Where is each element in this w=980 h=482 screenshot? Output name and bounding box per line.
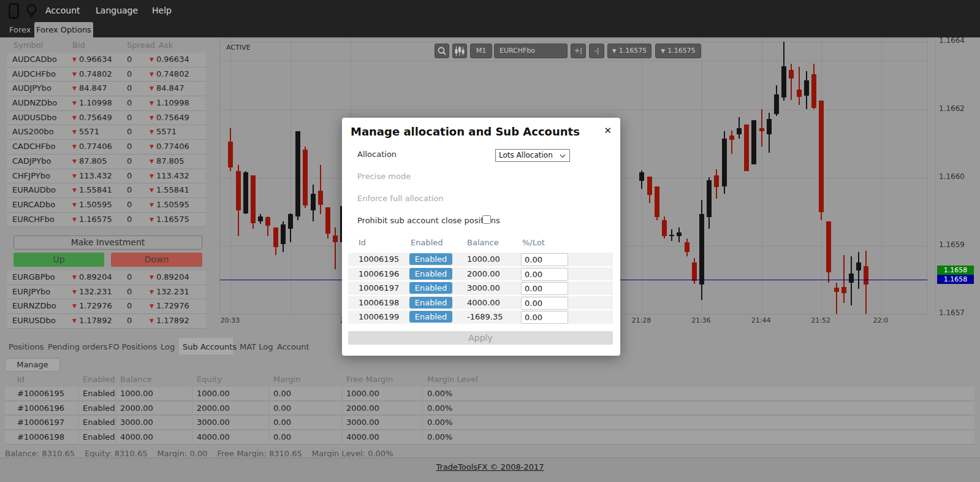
watchlist-row[interactable]: AUDCADbo▼0.966340▼0.96634 xyxy=(5,53,206,67)
account-row: #10006195Enabled1000.001000.000.001000.0… xyxy=(5,387,974,402)
menu-item-help[interactable]: Help xyxy=(152,6,172,15)
bear-candle xyxy=(228,142,233,167)
ask-cell: ▼132.231 xyxy=(146,285,206,300)
watchlist-row[interactable]: AUS200bo▼55710▼5571 xyxy=(5,125,206,140)
watchlist-row[interactable]: AUDNZDbo▼1.109980▼1.10998 xyxy=(5,96,206,111)
chart-type-button[interactable] xyxy=(452,44,467,58)
bear-candle xyxy=(333,235,338,242)
watchlist-row[interactable]: EURCHFbo▼1.165750▼1.16575 xyxy=(5,213,206,228)
chart-symbol-button[interactable]: EURCHFbo xyxy=(494,44,568,58)
down-triangle-icon: ▼ xyxy=(150,289,154,295)
symbol-cell: CADJPYbo xyxy=(7,155,70,169)
price-value: 0.75649 xyxy=(79,113,112,122)
watchlist-row[interactable]: CADJPYbo▼87.8050▼87.805 xyxy=(5,155,206,169)
phone-icon[interactable] xyxy=(9,3,20,22)
down-triangle-icon: ▼ xyxy=(150,202,154,208)
symbol-cell: EURNZDbo xyxy=(7,299,70,314)
bull-candle xyxy=(781,66,786,98)
watchlist-row[interactable]: AUDCHFbo▼0.748020▼0.74802 xyxy=(5,67,206,82)
down-triangle-icon: ▼ xyxy=(72,173,77,179)
per-lot-input[interactable] xyxy=(521,282,568,295)
prohibit-close-checkbox[interactable] xyxy=(482,215,491,224)
bottom-tab-sub-accounts[interactable]: Sub Accounts xyxy=(183,342,237,351)
ask-cell: ▼5571 xyxy=(146,125,206,140)
bottom-tab-account[interactable]: Account xyxy=(277,342,310,351)
status-segment: Balance: 8310.65 xyxy=(5,449,75,458)
watchlist-row[interactable]: AUDUSDbo▼0.756490▼0.75649 xyxy=(5,111,206,126)
bull-candle xyxy=(774,94,779,114)
enabled-toggle-button[interactable]: Enabled xyxy=(409,268,452,280)
account-cell: #10006197 xyxy=(5,416,78,430)
bottom-tab-log[interactable]: Log xyxy=(161,342,175,351)
spread-cell: 0 xyxy=(124,96,146,111)
menu-item-language[interactable]: Language xyxy=(96,6,138,15)
watchlist-row[interactable]: EURJPYbo▼132.2310▼132.231 xyxy=(5,285,206,300)
price-value: 1.10998 xyxy=(79,98,112,107)
subaccount-row: 10006197Enabled3000.00 xyxy=(348,281,613,295)
buy-price-button[interactable]: ▼1.16575 xyxy=(655,44,701,58)
apply-button[interactable]: Apply xyxy=(348,331,613,345)
manage-button[interactable]: Manage xyxy=(5,358,60,372)
price-value: 1.50595 xyxy=(156,200,189,209)
bear-candle xyxy=(826,221,831,272)
chart-zoom-in-button[interactable]: +| xyxy=(571,44,586,58)
bull-candle xyxy=(669,235,674,236)
watchlist-row[interactable]: EURUSDbo▼1.178920▼1.17892 xyxy=(5,314,206,329)
sell-price-button[interactable]: ▼1.16575 xyxy=(607,44,651,58)
enabled-toggle-button[interactable]: Enabled xyxy=(409,297,452,308)
bottom-tab-mat-log[interactable]: MAT Log xyxy=(240,342,273,351)
bottom-tab-positions[interactable]: Positions xyxy=(9,342,44,351)
account-cell: 3000.00 xyxy=(343,416,422,430)
manage-allocation-dialog: Manage allocation and Sub Accounts ✕ All… xyxy=(342,118,620,356)
watchlist-row[interactable]: AUDJPYbo▼84.8470▼84.847 xyxy=(5,82,206,96)
watchlist-row[interactable]: EURAUDbo▼1.558410▼1.55841 xyxy=(5,183,206,198)
watchlist-col-symbol: Symbol xyxy=(13,40,43,50)
watchlist-row[interactable]: CADCHFbo▼0.774060▼0.77406 xyxy=(5,140,206,155)
bottom-tab-pending-orders[interactable]: Pending orders xyxy=(48,342,108,351)
ask-cell: ▼1.55841 xyxy=(146,183,206,198)
bottom-tab-fo-positions[interactable]: FO Positions xyxy=(108,342,157,351)
allocation-select[interactable]: Lots Allocation xyxy=(495,149,570,162)
down-button[interactable]: Down xyxy=(111,253,202,267)
price-value: 132.231 xyxy=(156,287,189,296)
down-triangle-icon: ▼ xyxy=(72,85,77,91)
watchlist-row[interactable]: EURNZDbo▼1.729760▼1.72976 xyxy=(5,299,206,314)
tab-forex-options[interactable]: Forex Options xyxy=(34,22,93,37)
menu-item-account[interactable]: Account xyxy=(45,6,80,15)
chart-zoom-out-button[interactable]: -| xyxy=(589,44,604,58)
account-cell: 1000.00 xyxy=(116,387,192,401)
price-value: 1.16575 xyxy=(79,215,112,224)
per-lot-input[interactable] xyxy=(521,297,568,310)
down-triangle-icon: ▼ xyxy=(72,318,77,324)
down-triangle-icon: ▼ xyxy=(72,289,77,295)
down-triangle-icon: ▼ xyxy=(72,274,77,280)
up-button[interactable]: Up xyxy=(13,253,104,267)
enabled-toggle-button[interactable]: Enabled xyxy=(409,253,452,265)
tab-forex[interactable]: Forex xyxy=(9,25,31,34)
subaccount-id: 10006199 xyxy=(359,312,399,321)
subaccount-balance: 4000.00 xyxy=(467,298,500,307)
close-icon[interactable]: ✕ xyxy=(604,125,612,136)
price-value: 1.16575 xyxy=(156,215,189,224)
lightbulb-icon[interactable] xyxy=(26,3,37,22)
candle-wick xyxy=(731,131,732,154)
timeframe-button[interactable]: M1 xyxy=(470,44,492,58)
watchlist-row[interactable]: CHFJPYbo▼113.4320▼113.432 xyxy=(5,169,206,184)
per-lot-input[interactable] xyxy=(521,311,568,324)
down-triangle-icon: ▼ xyxy=(150,129,154,135)
chart-tab-active[interactable]: ACTIVE xyxy=(226,44,250,52)
down-triangle-icon: ▼ xyxy=(150,318,154,324)
per-lot-input[interactable] xyxy=(521,268,568,281)
enabled-toggle-button[interactable]: Enabled xyxy=(409,311,452,323)
watchlist-row[interactable]: EURCADbo▼1.505950▼1.50595 xyxy=(5,198,206,213)
enabled-toggle-button[interactable]: Enabled xyxy=(409,282,452,294)
make-investment-button[interactable]: Make Investment xyxy=(13,235,202,250)
watchlist-row[interactable]: EURGBPbo▼0.892040▼0.89204 xyxy=(5,270,206,285)
bull-candle xyxy=(722,139,727,186)
tradetoolsfx-link[interactable]: TradeToolsFX © 2008-2017 xyxy=(436,462,544,472)
per-lot-input[interactable] xyxy=(521,253,568,266)
time-tick-label: 21:28 xyxy=(628,316,655,324)
down-triangle-icon: ▼ xyxy=(150,56,154,63)
bear-candle xyxy=(685,242,689,252)
chart-zoom-button[interactable] xyxy=(435,44,449,58)
